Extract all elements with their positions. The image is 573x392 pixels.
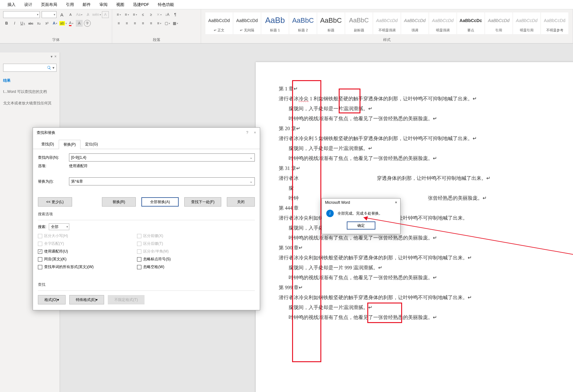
ribbon-tab[interactable]: 邮件 (78, 0, 95, 9)
nav-results-tab[interactable]: 结果 (3, 78, 57, 83)
ribbon-tab[interactable]: 页面布局 (37, 0, 62, 9)
special-button[interactable]: 特殊格式(E)▾ (69, 295, 104, 304)
borders-icon[interactable]: ▦ (172, 20, 179, 27)
help-icon[interactable]: ? (246, 130, 248, 135)
bold-icon[interactable]: B (3, 20, 10, 27)
doc-line: 潜行者冰冷尖 1 利如钢铁般坚硬的触手穿透身体的刹那，让叶钟鸣不可抑制地喊了出来… (279, 94, 556, 104)
nav-close-icon[interactable]: × (54, 54, 57, 59)
close-icon[interactable]: × (254, 130, 256, 135)
style-item[interactable]: AaBbCcDd强调 (401, 12, 429, 34)
doc-line: 叶钟鸣的视线渐渐有了焦点，他看见了一张曾经熟悉的美丽脸庞。↵ (279, 312, 556, 322)
style-item[interactable]: AaBbC标题 (317, 12, 345, 34)
text-effects-icon[interactable]: A (52, 20, 58, 27)
tab-replace[interactable]: 替换(P) (59, 140, 80, 149)
chk-match-case[interactable]: 区分大小写(H) (38, 233, 94, 239)
style-item[interactable]: AaBbCcDd明显强调 (429, 12, 456, 34)
underline-icon[interactable]: U (19, 20, 26, 27)
ribbon-tab[interactable]: 引用 (62, 0, 78, 9)
asian-layout-icon[interactable]: ✕ (156, 11, 163, 18)
style-item[interactable]: AaBbC标题 2 (289, 12, 317, 34)
superscript-icon[interactable]: x² (44, 20, 50, 27)
close-button[interactable]: 关闭 (227, 197, 255, 207)
replace-all-button[interactable]: 全部替换(A) (141, 197, 179, 207)
style-item[interactable]: AaBbCcDd不明显强调 (373, 12, 401, 34)
ok-button[interactable]: 确定 (347, 221, 375, 230)
ribbon-tab[interactable]: 迅捷PDF (129, 0, 154, 9)
italic-icon[interactable]: I (11, 20, 18, 27)
options-label: 选项: (38, 163, 69, 169)
bullets-icon[interactable]: ≡ (115, 11, 122, 18)
chk-ignore-space[interactable]: 忽略空格(W) (137, 264, 171, 270)
chk-width[interactable]: 区分全/半角(M) (137, 249, 171, 254)
chk-prefix[interactable]: 区分前缀(X) (137, 233, 171, 239)
font-size-dd[interactable] (42, 11, 57, 18)
sort-icon[interactable]: ↓A (164, 11, 171, 18)
chk-ignore-punct[interactable]: 忽略标点符号(S) (137, 257, 171, 262)
shading-para-icon[interactable]: ▢ (164, 20, 171, 27)
style-item[interactable]: AaBbCcDc要点 (457, 12, 484, 34)
chk-suffix[interactable]: 区分后缀(T) (137, 241, 171, 246)
ribbon-tab[interactable]: 插入 (3, 0, 20, 9)
style-item[interactable]: AaBbC副标题 (345, 12, 373, 34)
align-left-icon[interactable]: ≡ (115, 20, 122, 27)
subscript-icon[interactable]: x₂ (35, 20, 42, 27)
find-input[interactable]: [0-9]{1,4} (69, 153, 255, 162)
doc-line: 朦 (279, 183, 556, 193)
phonetic-icon[interactable]: wén (93, 11, 100, 18)
show-marks-icon[interactable]: ¶ (172, 11, 179, 18)
distribute-icon[interactable]: ≡ (148, 20, 154, 27)
decrease-indent-icon[interactable]: ≤ (140, 11, 146, 18)
nav-help-text-2: 戈文本或者放大镜查找任何其 (3, 100, 57, 106)
replace-input[interactable]: 第^&章 (69, 177, 255, 185)
dialog-titlebar[interactable]: 查找和替换 ? × (33, 128, 260, 138)
style-item[interactable]: AaBb标题 1 (261, 12, 289, 34)
char-shading-icon[interactable]: A (76, 20, 83, 27)
align-right-icon[interactable]: ≡ (131, 20, 138, 27)
tab-find[interactable]: 查找(D) (37, 139, 59, 149)
tab-goto[interactable]: 定位(G) (80, 139, 103, 149)
align-center-icon[interactable]: ≡ (123, 20, 130, 27)
change-case-icon[interactable]: Aa (76, 11, 83, 18)
font-color-icon[interactable]: A (68, 20, 75, 27)
style-item[interactable]: AaBbCcDd引用 (485, 12, 512, 34)
format-button[interactable]: 格式(O)▾ (38, 295, 66, 304)
highlight-icon[interactable]: ab (60, 20, 66, 27)
style-item[interactable]: AaBbCcDd↵ 正文 (205, 12, 233, 34)
chk-whole-word[interactable]: 全字匹配(Y) (38, 241, 94, 246)
strike-icon[interactable]: abc (27, 20, 34, 27)
style-item[interactable]: AaBbCcDd↵ 无间隔 (233, 12, 261, 34)
style-item[interactable]: AaBbCcDd不明显参考 (541, 12, 568, 34)
ribbon-tab[interactable]: 审阅 (95, 0, 112, 9)
font-family-dd[interactable] (3, 11, 40, 18)
chk-wildcards[interactable]: ✓使用通配符(U) (38, 249, 94, 254)
style-item[interactable]: AaBbCcDd明显引用 (513, 12, 540, 34)
enclosed-char-icon[interactable]: 字 (84, 20, 91, 27)
numbering-icon[interactable]: ≡ (123, 11, 130, 18)
ribbon-tab[interactable]: 特色功能 (154, 0, 178, 9)
group-styles: AaBbCcDd↵ 正文AaBbCcDd↵ 无间隔AaBb标题 1AaBbC标题… (201, 9, 573, 43)
options-value: 使用通配符 (69, 163, 88, 169)
less-button[interactable]: << 更少(L) (38, 197, 72, 207)
nav-chevron-icon[interactable]: ▾ (51, 54, 53, 59)
grow-font-icon[interactable]: A (58, 11, 65, 18)
shrink-font-icon[interactable]: A (67, 11, 74, 18)
search-direction-dd[interactable]: 全部 (49, 223, 69, 230)
char-border-icon[interactable]: A (102, 11, 109, 18)
increase-indent-icon[interactable]: ≥ (148, 11, 154, 18)
page[interactable]: 第 1 章↵ 潜行者冰冷尖 1 利如钢铁般坚硬的触手穿透身体的刹那，让叶钟鸣不可… (256, 62, 573, 392)
find-next-button[interactable]: 查找下一处(F) (184, 197, 222, 207)
chk-sounds-like[interactable]: 同音(英文)(K) (38, 257, 94, 262)
replace-button[interactable]: 替换(R) (102, 197, 136, 207)
multilevel-icon[interactable]: ≡ (131, 11, 138, 18)
justify-icon[interactable]: ≡ (140, 20, 146, 27)
clear-format-icon[interactable]: A̷ (85, 11, 91, 18)
nav-search-input[interactable]: ▾ (3, 64, 57, 72)
line-spacing-icon[interactable]: ≡ (156, 20, 163, 27)
ribbon-tab[interactable]: 视图 (112, 0, 129, 9)
styles-gallery[interactable]: AaBbCcDd↵ 正文AaBbCcDd↵ 无间隔AaBb标题 1AaBbC标题… (204, 11, 570, 35)
msg-close-icon[interactable]: × (395, 200, 397, 205)
chk-word-forms[interactable]: 查找单词的所有形式(英文)(W) (38, 264, 94, 270)
doc-line: 叶钟鸣的视线渐渐有了焦点，他看见了一张曾经熟悉的美丽脸庞。↵ (279, 153, 556, 163)
ribbon: A A Aa A̷ wén A B I U abc x₂ x² A ab A A… (0, 9, 573, 43)
ribbon-tab[interactable]: 设计 (20, 0, 37, 9)
